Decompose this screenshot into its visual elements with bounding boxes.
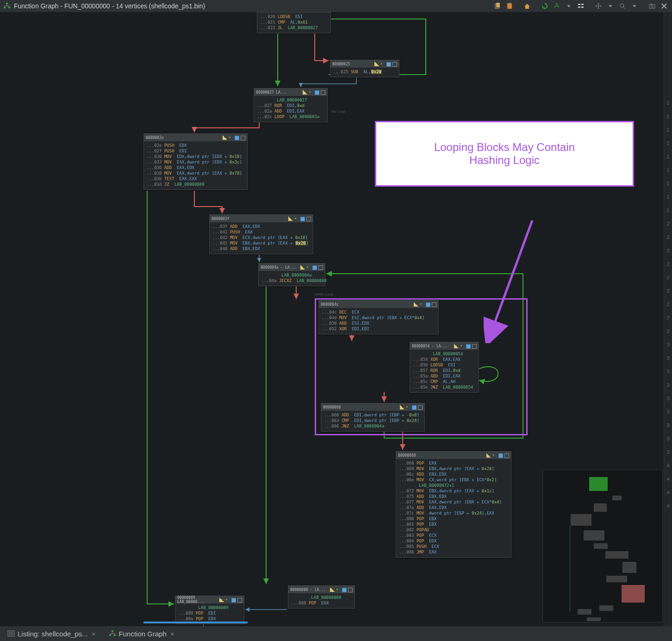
layout-icon[interactable]	[552, 1, 562, 11]
pencil-icon[interactable]	[374, 62, 379, 66]
selection-marker	[143, 622, 248, 623]
block-00000089[interactable]: 00000089 LAB_00000... LAB_00000089...089…	[175, 596, 244, 624]
svg-rect-20	[109, 635, 111, 636]
svg-rect-7	[578, 4, 580, 5]
annotation-arrow	[484, 218, 539, 343]
close-icon[interactable]	[659, 1, 669, 11]
svg-rect-14	[651, 4, 652, 5]
maximize-icon[interactable]	[498, 453, 503, 458]
maximize-icon[interactable]	[342, 588, 347, 592]
block-0000004a[interactable]: 0000004a - LA... LAB_0000004a...04a JECX…	[258, 263, 325, 286]
restore-icon[interactable]	[321, 90, 325, 95]
snapshot-icon[interactable]	[647, 1, 657, 11]
pencil-icon[interactable]	[219, 597, 224, 602]
block-addr: 00000068	[398, 453, 416, 458]
block-addr: 00000025	[332, 62, 350, 66]
block-addr: 00000088 - LA...	[290, 588, 326, 592]
maximize-icon[interactable]	[231, 598, 236, 603]
ruler: 1111111112222222223333333334444	[664, 12, 672, 626]
svg-rect-19	[112, 630, 113, 632]
annotation-callout: Looping Blocks May Contain Hashing Logic	[375, 121, 634, 187]
toolbar	[492, 1, 669, 11]
refresh-icon[interactable]	[540, 1, 550, 11]
maximize-icon[interactable]	[235, 136, 239, 140]
dropdown-icon[interactable]	[306, 265, 311, 270]
zoom-drop-icon[interactable]	[629, 1, 640, 11]
maximize-icon[interactable]	[300, 217, 305, 221]
dropdown-icon[interactable]	[309, 90, 313, 94]
block-00000068[interactable]: 00000068 ...068 POP EAX...069 MOV EBX,dw…	[396, 451, 511, 558]
dropdown-icon[interactable]	[336, 587, 341, 592]
bottom-tabs: Listing: shellcode_ps... × Function Grap…	[0, 626, 672, 641]
dropdown-icon[interactable]	[294, 216, 299, 221]
block-addr: 00000089 LAB_00000...	[177, 596, 219, 604]
maximize-icon[interactable]	[386, 62, 391, 67]
svg-point-11	[620, 4, 624, 7]
svg-point-13	[651, 6, 653, 7]
block-00000025[interactable]: 00000025 ...025 SUB AL,0x20	[330, 60, 399, 77]
block-top[interactable]: ...020 LODSB ESI...021 CMP AL,0x61...023…	[257, 12, 331, 33]
svg-rect-0	[6, 3, 8, 4]
restore-icon[interactable]	[504, 453, 509, 458]
pencil-icon[interactable]	[486, 453, 491, 458]
svg-rect-9	[578, 6, 580, 8]
dropdown-icon[interactable]	[229, 135, 233, 140]
listing-icon	[7, 630, 15, 637]
paste-icon[interactable]	[504, 1, 515, 11]
close-icon[interactable]: ×	[92, 630, 96, 638]
title-bar: Function Graph - FUN_00000000 - 14 verti…	[0, 0, 672, 12]
block-0000002e[interactable]: 0000002e ...02e PUSH EDX...02f PUSH EDI.…	[143, 133, 248, 190]
maximize-icon[interactable]	[312, 265, 317, 270]
copy-icon[interactable]	[492, 1, 503, 11]
svg-rect-10	[581, 6, 584, 8]
graph-canvas[interactable]: ...020 LODSB ESI...021 CMP AL,0x61...023…	[0, 12, 672, 626]
layout-drop-icon[interactable]	[564, 1, 574, 11]
callout-text: Looping Blocks May Contain	[395, 141, 614, 154]
tab-listing[interactable]: Listing: shellcode_ps... ×	[4, 628, 100, 640]
svg-rect-6	[509, 3, 510, 4]
maximize-icon[interactable]	[315, 90, 319, 95]
svg-rect-21	[114, 635, 116, 636]
dropdown-icon[interactable]	[225, 597, 230, 602]
restore-icon[interactable]	[392, 62, 397, 67]
block-addr: 0000003f	[212, 217, 230, 221]
callout-text: Hashing Logic	[395, 154, 614, 167]
pencil-icon[interactable]	[288, 216, 293, 221]
dropdown-icon[interactable]	[380, 62, 385, 66]
blocks-icon[interactable]	[576, 1, 586, 11]
zoom-icon[interactable]	[617, 1, 628, 11]
tab-function-graph[interactable]: Function Graph ×	[105, 628, 178, 640]
nav-icon[interactable]	[593, 1, 604, 11]
svg-rect-1	[4, 7, 6, 8]
restore-icon[interactable]	[318, 265, 323, 270]
minimap[interactable]	[542, 470, 663, 622]
loop-label: While Loop	[315, 292, 333, 296]
svg-rect-2	[8, 7, 10, 8]
svg-rect-4	[496, 3, 500, 7]
pencil-icon[interactable]	[300, 265, 305, 270]
block-00000027[interactable]: 00000027 LA... LAB_00000027...027 ROR ED…	[254, 88, 328, 122]
graph-icon	[3, 2, 11, 10]
close-icon[interactable]: ×	[170, 630, 174, 638]
home-icon[interactable]	[522, 1, 532, 11]
pencil-icon[interactable]	[330, 587, 335, 592]
loop-label: Do Loop	[331, 109, 345, 113]
graph-icon	[109, 630, 116, 637]
block-addr: 0000004a - LA...	[261, 265, 296, 270]
svg-rect-12	[649, 5, 655, 8]
restore-icon[interactable]	[306, 217, 311, 221]
restore-icon[interactable]	[241, 136, 245, 140]
pencil-icon[interactable]	[223, 135, 227, 140]
window-title: Function Graph - FUN_00000000 - 14 verti…	[14, 2, 205, 10]
pencil-icon[interactable]	[303, 90, 307, 94]
tab-label: Function Graph	[119, 630, 167, 638]
block-0000003f[interactable]: 0000003f ...03f ADD EAX,EDX...041 PUSH E…	[209, 214, 313, 254]
dropdown-icon[interactable]	[492, 453, 497, 458]
svg-rect-8	[581, 4, 584, 5]
restore-icon[interactable]	[348, 588, 353, 592]
nav-drop-icon[interactable]	[605, 1, 616, 11]
restore-icon[interactable]	[237, 598, 242, 603]
block-addr: 0000002e	[146, 136, 164, 140]
block-00000088[interactable]: 00000088 - LA... LAB_00000088...088 POP …	[288, 585, 355, 609]
tab-label: Listing: shellcode_ps...	[18, 630, 88, 638]
